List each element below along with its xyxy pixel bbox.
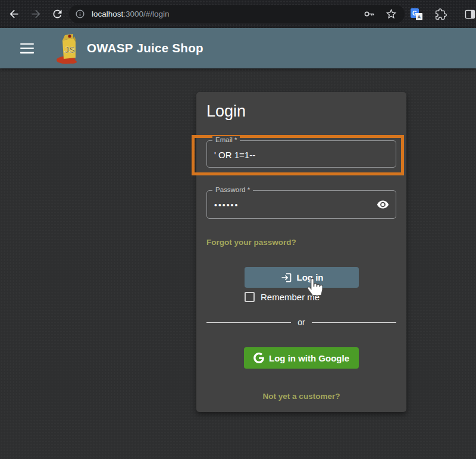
url-text[interactable]: localhost:3000/#/login: [92, 10, 170, 18]
remember-me-label: Remember me: [261, 292, 320, 302]
email-label: Email *: [212, 136, 240, 143]
email-value: ' OR 1=1--: [214, 150, 255, 160]
google-button-label: Log in with Google: [269, 353, 349, 363]
back-icon[interactable]: [8, 8, 20, 20]
login-button[interactable]: Log in: [245, 267, 359, 288]
bookmark-star-icon[interactable]: [385, 8, 397, 20]
or-divider: or: [206, 317, 396, 327]
google-login-button[interactable]: Log in with Google: [244, 347, 359, 369]
login-title: Login: [206, 102, 246, 121]
url-host: localhost: [92, 10, 123, 18]
register-link[interactable]: Not yet a customer?: [196, 392, 406, 401]
translate-extension-icon[interactable]: G A: [411, 8, 422, 20]
password-field[interactable]: Password * ••••••: [206, 190, 396, 219]
login-button-label: Log in: [297, 272, 324, 282]
google-g-icon: [253, 353, 264, 363]
remember-me-row[interactable]: Remember me: [245, 292, 320, 302]
juice-shop-logo: JS: [55, 32, 83, 65]
forward-icon[interactable]: [30, 8, 42, 20]
url-path: :3000/#/login: [123, 10, 169, 18]
app-title: OWASP Juice Shop: [87, 41, 203, 55]
password-value: ••••••: [214, 200, 239, 210]
address-bar[interactable]: localhost:3000/#/login: [69, 5, 405, 23]
side-panel-icon[interactable]: [464, 8, 476, 20]
email-field[interactable]: Email * ' OR 1=1--: [206, 140, 396, 168]
login-arrow-icon: [280, 272, 292, 284]
login-card: Login Email * ' OR 1=1-- Password * ••••…: [196, 92, 406, 412]
password-manager-key-icon[interactable]: [363, 8, 375, 20]
divider-or-label: or: [298, 317, 305, 327]
refresh-icon[interactable]: [51, 8, 64, 20]
divider-line-left: [206, 322, 291, 323]
show-password-eye-icon[interactable]: [377, 199, 389, 211]
password-label: Password *: [212, 186, 253, 193]
svg-text:JS: JS: [64, 45, 75, 55]
remember-me-checkbox[interactable]: [245, 292, 255, 302]
forgot-password-link[interactable]: Forgot your password?: [206, 238, 296, 247]
page-background: Login Email * ' OR 1=1-- Password * ••••…: [0, 68, 476, 459]
browser-toolbar: localhost:3000/#/login G A: [0, 0, 476, 28]
menu-hamburger-icon[interactable]: [20, 43, 34, 54]
translate-icon-white-tile: A: [416, 13, 422, 20]
site-info-icon[interactable]: [75, 9, 85, 19]
extensions-puzzle-icon[interactable]: [435, 8, 447, 20]
app-header: JS OWASP Juice Shop: [0, 28, 476, 68]
divider-line-right: [312, 322, 396, 323]
